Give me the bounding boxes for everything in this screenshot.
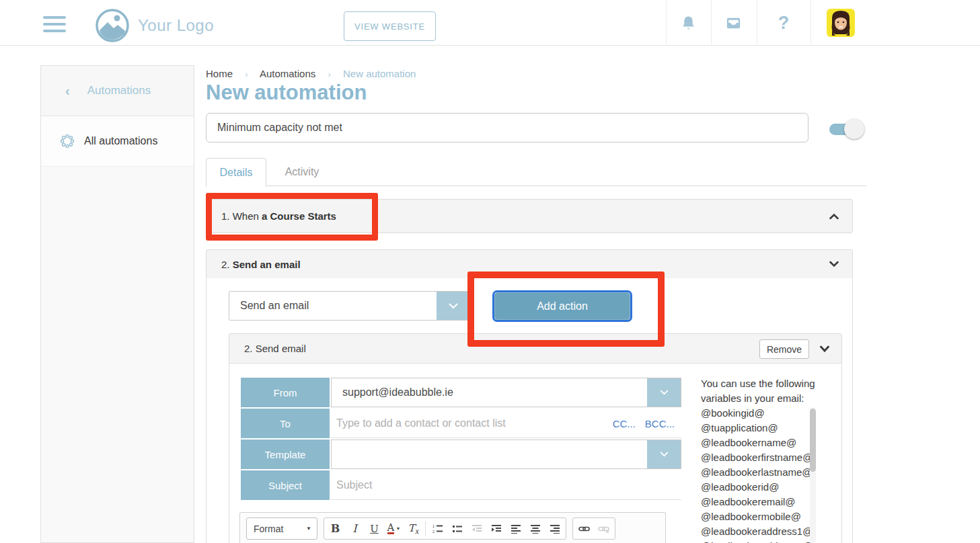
breadcrumb: Home › Automations › New automation (206, 68, 425, 79)
add-action-button[interactable]: Add action (494, 292, 630, 320)
format-combo-label: Format (254, 524, 306, 534)
sidebar: ‹ Automations All automations (40, 65, 194, 543)
remove-action-button[interactable]: Remove (759, 339, 809, 359)
variables-scrollbar-track[interactable] (810, 407, 816, 543)
align-left-icon (511, 524, 521, 534)
variables-panel: You can use the following variables in y… (701, 376, 819, 543)
section-when-prefix: 1. When (221, 210, 262, 222)
ordered-list-button[interactable]: 12 (428, 519, 447, 538)
select-dropdown-button[interactable] (437, 292, 470, 320)
to-field: CC... BCC... (331, 409, 681, 438)
chevron-up-icon (829, 213, 839, 219)
remove-format-button[interactable]: Tx (404, 519, 423, 538)
action-type-value: Send an email (240, 292, 309, 320)
editor-link-group (572, 517, 615, 540)
template-label: Template (241, 440, 330, 469)
to-label: To (241, 409, 330, 438)
topbar-divider (811, 0, 811, 46)
menu-icon[interactable] (43, 16, 66, 35)
template-select[interactable] (331, 440, 681, 469)
to-input[interactable] (331, 409, 593, 437)
subject-input[interactable] (331, 470, 593, 499)
inbox-button[interactable] (711, 0, 756, 46)
variable-item: @leadbookeraddress2@ (701, 539, 819, 543)
italic-button[interactable]: I (345, 519, 365, 538)
notifications-button[interactable] (666, 0, 711, 46)
from-label: From (241, 378, 330, 407)
breadcrumb-separator: › (245, 69, 248, 79)
help-icon: ? (778, 13, 790, 34)
chevron-down-icon (829, 261, 839, 267)
underline-button[interactable]: U (365, 519, 384, 538)
breadcrumb-automations[interactable]: Automations (260, 68, 315, 79)
align-center-button[interactable] (525, 519, 545, 538)
align-left-button[interactable] (506, 519, 525, 538)
send-email-panel-title: 2. Send email (244, 343, 306, 354)
format-combo[interactable]: Format ▼ (246, 517, 317, 540)
top-bar: Your Logo VIEW WEBSITE ? (0, 0, 980, 46)
chevron-down-icon (449, 303, 458, 309)
breadcrumb-current: New automation (343, 68, 416, 79)
sidebar-section-title: Automations (87, 84, 151, 97)
tab-bar: Details Activity (206, 158, 866, 186)
align-right-icon (550, 524, 560, 534)
logo-text: Your Logo (138, 16, 214, 35)
sidebar-item-label: All automations (84, 135, 157, 147)
indent-icon (491, 524, 502, 534)
chevron-down-icon (820, 345, 829, 352)
bold-button[interactable]: B (326, 519, 345, 538)
section-send-title: Send an email (233, 259, 301, 270)
template-dropdown-button[interactable] (647, 440, 681, 468)
align-right-button[interactable] (545, 519, 564, 538)
subject-field (331, 470, 681, 500)
help-button[interactable]: ? (757, 0, 811, 46)
send-email-panel-header[interactable]: 2. Send email Remove (229, 333, 842, 364)
sidebar-item-all-automations[interactable]: All automations (41, 116, 194, 167)
text-color-button[interactable]: A ▼ (384, 519, 404, 538)
insert-link-button[interactable] (574, 519, 594, 538)
variable-item: @tuapplication@ (701, 421, 819, 435)
inbox-tray-icon (724, 13, 743, 33)
automation-enabled-toggle[interactable] (829, 119, 864, 139)
section-when-title: a Course Starts (262, 210, 336, 222)
variables-intro: You can use the following variables in y… (701, 376, 819, 406)
breadcrumb-home[interactable]: Home (206, 68, 233, 79)
bcc-link[interactable]: BCC... (645, 418, 675, 429)
chevron-down-icon (660, 452, 669, 457)
outdent-button[interactable] (467, 519, 486, 538)
indent-button[interactable] (486, 519, 506, 538)
cc-link[interactable]: CC... (613, 418, 636, 429)
automation-flower-icon (60, 134, 75, 149)
variable-item: @leadbookeremail@ (701, 495, 819, 509)
variables-scrollbar-thumb[interactable] (810, 409, 816, 472)
view-website-button[interactable]: VIEW WEBSITE (344, 11, 436, 41)
outdent-icon (472, 524, 482, 534)
unlink-icon (598, 524, 609, 534)
breadcrumb-separator: › (328, 69, 330, 79)
from-dropdown-button[interactable] (647, 378, 681, 407)
svg-text:2: 2 (432, 530, 435, 534)
bullet-list-button[interactable] (447, 519, 467, 538)
variables-list: @bookingid@ @tuapplication@ @leadbookern… (701, 406, 819, 543)
sidebar-back-automations[interactable]: ‹ Automations (41, 66, 194, 116)
from-input[interactable] (332, 378, 644, 407)
from-field (331, 378, 681, 407)
chevron-down-icon (660, 390, 669, 395)
variable-item: @leadbookeraddress1@ (701, 524, 819, 539)
tab-activity[interactable]: Activity (267, 158, 337, 186)
bell-icon (679, 14, 698, 32)
section-when-header[interactable]: 1. When a Course Starts (206, 199, 853, 233)
section-send-email-header[interactable]: 2. Send an email (206, 249, 853, 279)
tab-details[interactable]: Details (206, 158, 266, 187)
automation-name-input[interactable] (206, 113, 808, 142)
editor-button-group: B I U A ▼ Tx 12 (324, 517, 566, 540)
svg-text:1: 1 (432, 524, 435, 528)
logo-icon[interactable] (95, 8, 130, 46)
remove-link-button[interactable] (594, 519, 613, 538)
action-type-select[interactable]: Send an email (229, 291, 471, 321)
link-icon (578, 524, 590, 534)
back-chevron-icon: ‹ (65, 83, 70, 99)
align-center-icon (530, 524, 541, 534)
user-avatar[interactable] (827, 9, 855, 37)
toolbar-separator (425, 521, 426, 536)
